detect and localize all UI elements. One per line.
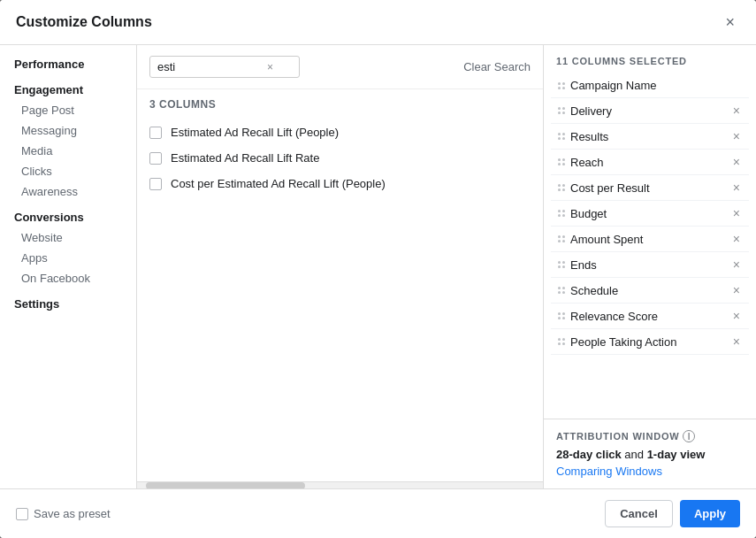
scrollbar-track bbox=[137, 481, 543, 488]
selected-item[interactable]: Reach × bbox=[551, 150, 749, 175]
drag-handle bbox=[558, 107, 565, 114]
modal-header: Customize Columns × bbox=[0, 0, 756, 45]
save-preset-label: Save as preset bbox=[34, 507, 111, 520]
sidebar-section-settings: Settings bbox=[0, 297, 136, 314]
close-button[interactable]: × bbox=[720, 12, 740, 32]
results-list: Estimated Ad Recall Lift (People) Estima… bbox=[137, 116, 543, 481]
sidebar-item-settings[interactable]: Settings bbox=[0, 297, 136, 314]
selected-item[interactable]: Budget × bbox=[551, 201, 749, 227]
result-checkbox-1[interactable] bbox=[149, 152, 162, 165]
selected-item[interactable]: Schedule × bbox=[551, 278, 749, 304]
selected-item[interactable]: Results × bbox=[551, 124, 749, 150]
selected-item[interactable]: People Taking Action × bbox=[551, 329, 749, 355]
selected-item-label: Ends bbox=[570, 258, 726, 272]
sidebar-item-awareness[interactable]: Awareness bbox=[0, 181, 136, 202]
result-label-1: Estimated Ad Recall Lift Rate bbox=[171, 151, 319, 165]
result-label-0: Estimated Ad Recall Lift (People) bbox=[171, 126, 339, 139]
search-bar: × Clear Search bbox=[137, 45, 543, 89]
selected-item-label: Relevance Score bbox=[570, 310, 726, 323]
drag-handle bbox=[558, 158, 565, 165]
middle-panel: × Clear Search 3 COLUMNS Estimated Ad Re… bbox=[137, 45, 544, 488]
drag-handle bbox=[558, 210, 565, 217]
apply-button[interactable]: Apply bbox=[680, 500, 740, 527]
selected-item-label: Campaign Name bbox=[570, 79, 742, 92]
save-preset-checkbox[interactable] bbox=[16, 508, 28, 520]
result-item[interactable]: Estimated Ad Recall Lift (People) bbox=[149, 119, 531, 145]
sidebar-section-conversions: Conversions Website Apps On Facebook bbox=[0, 211, 136, 288]
columns-count: 3 COLUMNS bbox=[137, 89, 543, 116]
clear-search-button[interactable]: Clear Search bbox=[463, 60, 531, 73]
drag-handle bbox=[558, 235, 565, 242]
result-checkbox-2[interactable] bbox=[149, 178, 162, 190]
comparing-windows-link[interactable]: Comparing Windows bbox=[556, 465, 662, 478]
selected-item-label: Delivery bbox=[570, 104, 726, 118]
selected-item[interactable]: Amount Spent × bbox=[551, 227, 749, 252]
remove-item-button[interactable]: × bbox=[731, 257, 742, 272]
attribution-bold2: 1-day view bbox=[647, 448, 706, 461]
search-input[interactable] bbox=[157, 60, 263, 73]
drag-handle bbox=[558, 133, 565, 140]
drag-handle bbox=[558, 338, 565, 345]
sidebar: Performance Engagement Page Post Messagi… bbox=[0, 45, 137, 488]
sidebar-item-messaging[interactable]: Messaging bbox=[0, 120, 136, 141]
selected-item-label: Results bbox=[570, 130, 726, 143]
modal-overlay: Customize Columns × Performance Engageme… bbox=[0, 0, 756, 538]
sidebar-section-performance: Performance bbox=[0, 58, 136, 74]
sidebar-item-page-post[interactable]: Page Post bbox=[0, 100, 136, 120]
attribution-title-text: ATTRIBUTION WINDOW bbox=[556, 431, 679, 442]
remove-item-button[interactable]: × bbox=[731, 232, 742, 246]
right-panel: 11 COLUMNS SELECTED Campaign Name bbox=[544, 45, 756, 488]
modal-title: Customize Columns bbox=[16, 14, 152, 30]
remove-item-button[interactable]: × bbox=[731, 155, 742, 169]
remove-item-button[interactable]: × bbox=[731, 334, 742, 349]
attribution-and: and bbox=[622, 448, 647, 461]
sidebar-item-conversions[interactable]: Conversions bbox=[0, 211, 136, 227]
selected-item[interactable]: Relevance Score × bbox=[551, 304, 749, 329]
selected-item-label: Reach bbox=[570, 156, 726, 169]
remove-item-button[interactable]: × bbox=[731, 309, 742, 323]
scrollbar-thumb[interactable] bbox=[146, 482, 305, 488]
attribution-section: ATTRIBUTION WINDOW i 28-day click and 1-… bbox=[544, 419, 756, 488]
sidebar-item-performance[interactable]: Performance bbox=[0, 58, 136, 74]
result-checkbox-0[interactable] bbox=[149, 127, 162, 139]
selected-item-label: Amount Spent bbox=[570, 233, 726, 246]
footer-buttons: Cancel Apply bbox=[605, 500, 740, 527]
selected-list: Campaign Name Delivery × bbox=[544, 73, 756, 419]
selected-item[interactable]: Delivery × bbox=[551, 98, 749, 124]
drag-handle bbox=[558, 287, 565, 294]
selected-item-label: Budget bbox=[570, 207, 726, 220]
sidebar-item-on-facebook[interactable]: On Facebook bbox=[0, 268, 136, 288]
sidebar-item-engagement[interactable]: Engagement bbox=[0, 83, 136, 100]
selected-item-label: Cost per Result bbox=[570, 181, 726, 195]
result-item[interactable]: Estimated Ad Recall Lift Rate bbox=[149, 145, 531, 171]
clear-input-icon[interactable]: × bbox=[267, 61, 273, 73]
attribution-text: 28-day click and 1-day view bbox=[556, 448, 744, 461]
drag-handle bbox=[558, 184, 565, 191]
modal-footer: Save as preset Cancel Apply bbox=[0, 488, 756, 538]
remove-item-button[interactable]: × bbox=[731, 283, 742, 297]
selected-item-label: Schedule bbox=[570, 284, 726, 297]
customize-columns-modal: Customize Columns × Performance Engageme… bbox=[0, 0, 756, 538]
sidebar-item-website[interactable]: Website bbox=[0, 227, 136, 248]
attribution-bold1: 28-day click bbox=[556, 448, 622, 461]
selected-item[interactable]: Ends × bbox=[551, 252, 749, 278]
remove-item-button[interactable]: × bbox=[731, 206, 742, 220]
drag-handle bbox=[558, 312, 565, 319]
remove-item-button[interactable]: × bbox=[731, 104, 742, 118]
sidebar-item-clicks[interactable]: Clicks bbox=[0, 161, 136, 181]
remove-item-button[interactable]: × bbox=[731, 129, 742, 143]
cancel-button[interactable]: Cancel bbox=[605, 500, 673, 527]
selected-item[interactable]: Cost per Result × bbox=[551, 175, 749, 201]
sidebar-section-engagement: Engagement Page Post Messaging Media Cli… bbox=[0, 83, 136, 202]
drag-handle bbox=[558, 261, 565, 268]
selected-item[interactable]: Campaign Name bbox=[551, 73, 749, 98]
sidebar-item-media[interactable]: Media bbox=[0, 141, 136, 161]
drag-handle bbox=[558, 82, 565, 89]
sidebar-item-apps[interactable]: Apps bbox=[0, 248, 136, 268]
selected-header: 11 COLUMNS SELECTED bbox=[544, 45, 756, 73]
info-icon[interactable]: i bbox=[683, 430, 695, 442]
save-preset-container[interactable]: Save as preset bbox=[16, 507, 111, 520]
remove-item-button[interactable]: × bbox=[731, 181, 742, 195]
result-item[interactable]: Cost per Estimated Ad Recall Lift (Peopl… bbox=[149, 171, 531, 196]
search-input-wrap: × bbox=[149, 56, 300, 78]
